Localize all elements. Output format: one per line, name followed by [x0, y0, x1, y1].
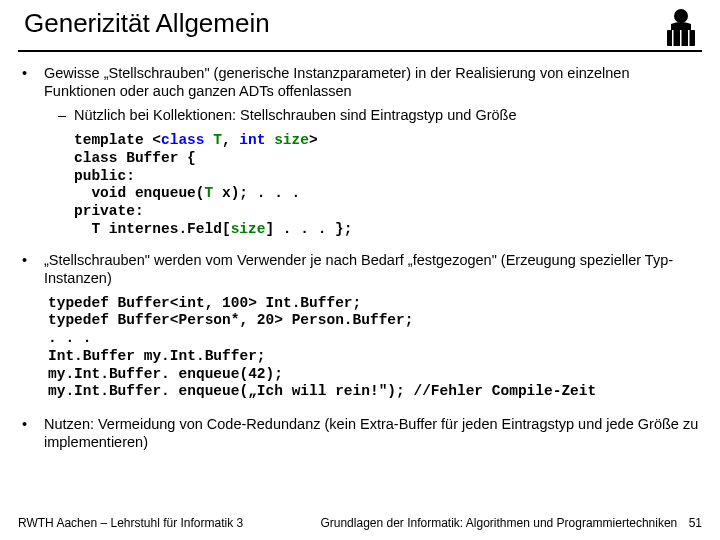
bullet-text: „Stellschrauben" werden vom Verwender je…	[44, 251, 702, 287]
code-type: size	[231, 221, 266, 237]
footer-right: Grundlagen der Informatik: Algorithmen u…	[320, 516, 702, 530]
bullet-text: Nützlich bei Kollektionen: Stellschraube…	[74, 106, 702, 124]
code-keyword: int	[239, 132, 265, 148]
code-block: typedef Buffer<int, 100> Int.Buffer; typ…	[48, 295, 702, 401]
bullet-item: • Gewisse „Stellschrauben" (generische I…	[18, 64, 702, 100]
bullet-marker: •	[18, 415, 44, 451]
footer-right-text: Grundlagen der Informatik: Algorithmen u…	[320, 516, 677, 530]
code-text: void enqueue(	[74, 185, 205, 201]
code-text: >	[309, 132, 318, 148]
code-text: Int.Buffer my.Int.Buffer;	[48, 348, 266, 364]
code-text: x); . . .	[213, 185, 300, 201]
code-text: ] . . . };	[265, 221, 352, 237]
code-text: public:	[74, 168, 135, 184]
svg-rect-3	[680, 30, 682, 46]
code-text: class Buffer {	[74, 150, 196, 166]
bullet-text: Gewisse „Stellschrauben" (generische Ins…	[44, 64, 702, 100]
code-type: T	[205, 185, 214, 201]
code-keyword: class	[161, 132, 205, 148]
code-text: private:	[74, 203, 144, 219]
code-block: template <class T, int size> class Buffe…	[74, 132, 702, 238]
svg-rect-4	[688, 30, 690, 46]
code-text: my.Int.Buffer. enqueue(42);	[48, 366, 283, 382]
bullet-marker: •	[18, 64, 44, 100]
content-area: • Gewisse „Stellschrauben" (generische I…	[18, 64, 702, 451]
code-text: template <	[74, 132, 161, 148]
code-type: T	[205, 132, 222, 148]
bullet-item: – Nützlich bei Kollektionen: Stellschrau…	[18, 106, 702, 124]
bullet-marker: –	[18, 106, 74, 124]
footer: RWTH Aachen – Lehrstuhl für Informatik 3…	[0, 516, 720, 530]
code-text: my.Int.Buffer. enqueue(„Ich will rein!")…	[48, 383, 596, 399]
svg-rect-2	[672, 30, 674, 46]
page-number: 51	[689, 516, 702, 530]
bullet-text: Nutzen: Vermeidung von Code-Redundanz (k…	[44, 415, 702, 451]
code-type: size	[265, 132, 309, 148]
person-podium-icon	[662, 8, 700, 48]
bullet-marker: •	[18, 251, 44, 287]
bullet-item: • Nutzen: Vermeidung von Code-Redundanz …	[18, 415, 702, 451]
code-text: typedef Buffer<Person*, 20> Person.Buffe…	[48, 312, 413, 328]
slide: Generizität Allgemein • Gewisse „Stellsc…	[0, 0, 720, 540]
slide-title: Generizität Allgemein	[18, 8, 270, 39]
footer-left: RWTH Aachen – Lehrstuhl für Informatik 3	[18, 516, 243, 530]
code-text: typedef Buffer<int, 100> Int.Buffer;	[48, 295, 361, 311]
code-text: . . .	[48, 330, 92, 346]
bullet-item: • „Stellschrauben" werden vom Verwender …	[18, 251, 702, 287]
code-text: ,	[222, 132, 239, 148]
title-row: Generizität Allgemein	[18, 8, 702, 52]
code-text: T internes.Feld[	[74, 221, 231, 237]
svg-point-0	[674, 9, 688, 23]
